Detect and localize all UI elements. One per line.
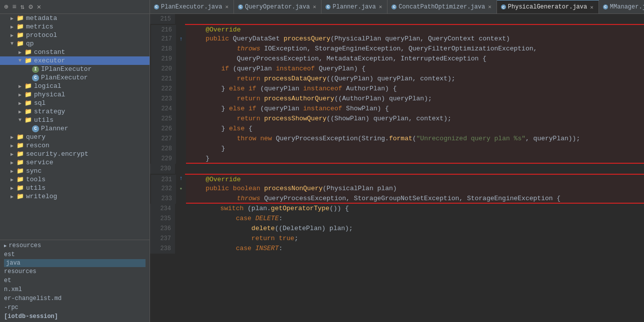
footer-iotdb-session[interactable]: [iotdb-session]	[4, 312, 146, 321]
footer-et[interactable]: et	[4, 276, 146, 285]
code-content: delete((DeletePlan) plan);	[185, 224, 644, 234]
tree-item-iplanexecutor[interactable]: I IPlanExecutor	[0, 65, 150, 73]
tree-item-constant[interactable]: ▶ 📁 constant	[0, 48, 150, 56]
footer-nxml[interactable]: n.xml	[4, 285, 146, 294]
tree-label: IPlanExecutor	[41, 65, 92, 73]
tab-close-icon[interactable]: ✕	[224, 3, 230, 10]
tree-item-rescon[interactable]: ▶ 📁 rescon	[0, 141, 150, 150]
tree-item-query[interactable]: ▶ 📁 query	[0, 133, 150, 141]
folder-icon: 📁	[16, 31, 24, 39]
line-number: 224	[151, 104, 176, 114]
tab-close-icon[interactable]: ✕	[378, 3, 384, 10]
folder-icon: 📁	[24, 116, 32, 124]
footer-resources[interactable]: ▶ resources	[4, 241, 146, 250]
chevron-down-icon: ▼	[16, 58, 24, 63]
gutter-216	[176, 25, 186, 35]
code-line-238: 238 case INSERT:	[150, 244, 644, 254]
gutter-234	[175, 204, 185, 214]
tree-item-protocol[interactable]: ▶ 📁 protocol	[0, 31, 150, 39]
java-class-icon: C	[326, 4, 330, 9]
java-class-icon: C	[603, 4, 608, 9]
folder-icon: 📁	[24, 108, 32, 115]
tab-planner[interactable]: C Planner.java ✕	[322, 0, 388, 14]
gutter-237	[175, 234, 185, 244]
tree-item-planner[interactable]: C Planner	[0, 124, 150, 133]
tab-label: ConcatPathOptimizer.java	[398, 3, 485, 10]
code-editor[interactable]: 215 216 @Override 217 ↑ public QueryData…	[150, 14, 644, 322]
code-line-222: 222 } else if (queryPlan instanceof Auth…	[185, 84, 644, 94]
tree-item-service[interactable]: ▶ 📁 service	[0, 158, 150, 167]
tree-item-sql[interactable]: ▶ 📁 sql	[0, 99, 150, 107]
line-number: 221	[151, 74, 176, 84]
tab-mmanager[interactable]: C MManager.java ✕	[599, 0, 644, 14]
code-line-226: 226 } else {	[185, 124, 644, 134]
tab-close-icon[interactable]: ✕	[487, 3, 492, 10]
folder-icon: 📁	[24, 57, 32, 64]
code-line-215: 215	[150, 14, 644, 24]
tree-label: sync	[26, 167, 42, 175]
java-class-icon: C	[392, 4, 396, 9]
footer-resources2[interactable]: resources	[4, 267, 146, 276]
tree-item-qp[interactable]: ▼ 📁 qp	[0, 39, 150, 48]
tree-label: constant	[34, 48, 65, 56]
chevron-right-icon: ▶	[8, 24, 16, 30]
footer-java[interactable]: java	[4, 259, 146, 267]
tree-label: service	[26, 159, 54, 166]
code-line-230: 230	[150, 164, 644, 174]
gutter-227	[176, 134, 186, 144]
line-number: 232	[151, 184, 176, 194]
chevron-right-icon: ▶	[8, 15, 16, 21]
tree-item-security-encrypt[interactable]: ▶ 📁 security.encrypt	[0, 150, 150, 158]
chevron-right-icon: ▶	[8, 160, 16, 166]
tree-item-utils[interactable]: ▶ 📁 utils	[0, 184, 150, 192]
line-number: 222	[151, 84, 176, 94]
tab-close-icon[interactable]: ✕	[589, 3, 594, 11]
line-number: 231	[151, 175, 176, 185]
tree-item-metadata[interactable]: ▶ 📁 metadata	[0, 14, 150, 22]
code-line-217: 217 ↑ public QueryDataSet processQuery(P…	[185, 34, 644, 44]
globe-icon[interactable]: ⊕	[4, 2, 8, 11]
tree-item-physical[interactable]: ▶ 📁 physical	[0, 90, 150, 99]
tree-item-executor[interactable]: ▼ 📁 executor	[0, 56, 150, 65]
split-icon[interactable]: ⇅	[20, 2, 24, 11]
tree-item-sync[interactable]: ▶ 📁 sync	[0, 167, 150, 175]
tree-item-strategy[interactable]: ▶ 📁 strategy	[0, 107, 150, 116]
tab-label: PlanExecutor.java	[161, 3, 222, 10]
tab-concatpathoptimizer[interactable]: C ConcatPathOptimizer.java ✕	[388, 0, 496, 14]
tree-item-writelog[interactable]: ▶ 📁 writelog	[0, 192, 150, 201]
folder-icon: 📁	[16, 14, 24, 22]
folder-icon: 📁	[16, 40, 24, 47]
tab-close-icon[interactable]: ✕	[312, 3, 318, 10]
tree-item-tools[interactable]: ▶ 📁 tools	[0, 175, 150, 184]
close-sidebar-icon[interactable]: ✕	[37, 2, 41, 11]
tree-item-utils-qp[interactable]: ▼ 📁 utils	[0, 116, 150, 124]
footer-rpc[interactable]: -rpc	[4, 303, 146, 312]
line-number: 227	[151, 134, 176, 144]
footer-est[interactable]: est	[4, 250, 146, 259]
tree-item-logical[interactable]: ▶ 📁 logical	[0, 82, 150, 90]
code-line-228: 228 }	[185, 144, 644, 154]
java-class-icon: C	[501, 4, 506, 9]
list-icon[interactable]: ≡	[12, 3, 16, 11]
settings-icon[interactable]: ⚙	[28, 2, 32, 11]
folder-icon: 📁	[24, 82, 32, 90]
code-content: QueryProcessException, MetadataException…	[186, 54, 644, 64]
footer-label: n.xml	[4, 286, 22, 293]
footer-changelist[interactable]: er-changelist.md	[4, 294, 146, 303]
code-line-229: 229 }	[185, 154, 644, 164]
tab-physicalgenerator[interactable]: C PhysicalGenerator.java ✕	[497, 0, 599, 14]
tree-label: physical	[34, 91, 65, 98]
tab-queryoperator[interactable]: C QueryOperator.java ✕	[234, 0, 322, 14]
chevron-right-icon: ▶	[16, 92, 24, 98]
tab-planexecutor[interactable]: C PlanExecutor.java ✕	[150, 0, 234, 14]
tree-label: qp	[26, 40, 34, 47]
gutter-230	[175, 164, 185, 174]
code-line-232: 232 ↑●@ public boolean processNonQuery(P…	[185, 184, 644, 194]
code-content: throws QueryProcessException, StorageGro…	[186, 194, 644, 204]
tree-item-planexecutor[interactable]: C PlanExecutor	[0, 73, 150, 82]
line-number: 230	[150, 164, 175, 174]
tree-label: rescon	[26, 142, 50, 149]
line-number: 215	[150, 14, 175, 24]
tree-item-metrics[interactable]: ▶ 📁 metrics	[0, 22, 150, 31]
tree-label: metadata	[26, 14, 57, 22]
